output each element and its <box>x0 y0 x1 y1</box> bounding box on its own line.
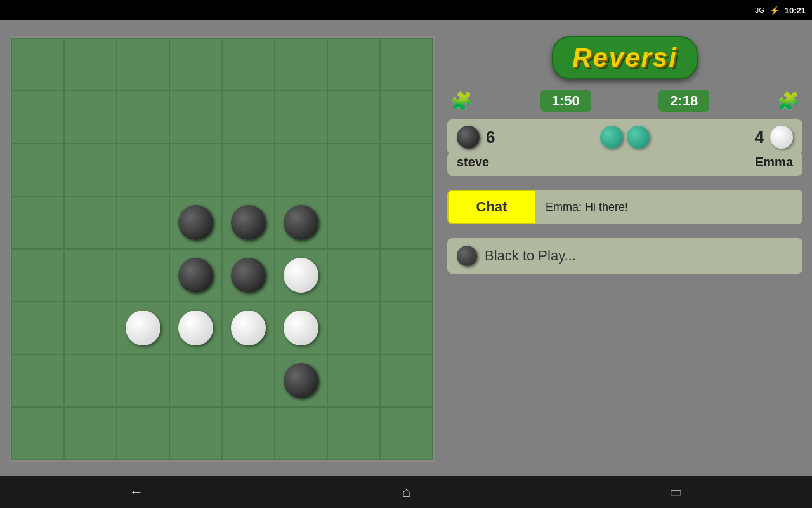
clock: 10:21 <box>785 6 806 15</box>
cell-2-5[interactable] <box>275 144 327 196</box>
main-content: Reversi 🧩 1:50 2:18 🧩 6 4 steve <box>0 20 812 476</box>
score-center-discs <box>600 126 650 149</box>
cell-6-3[interactable] <box>169 354 222 407</box>
cell-0-1[interactable] <box>64 38 117 91</box>
cell-5-5[interactable] <box>275 302 327 354</box>
nav-bar: ← ⌂ ▭ <box>0 476 812 508</box>
cell-2-1[interactable] <box>64 144 117 196</box>
cell-7-4[interactable] <box>222 407 275 460</box>
piece-black-3-3 <box>178 205 213 240</box>
cell-7-0[interactable] <box>11 407 64 460</box>
cell-3-2[interactable] <box>117 196 169 249</box>
cell-5-0[interactable] <box>11 302 64 354</box>
cell-7-6[interactable] <box>327 407 380 460</box>
cell-0-2[interactable] <box>117 38 169 91</box>
cell-7-5[interactable] <box>275 407 327 460</box>
chat-message-display: Emma: Hi there! <box>536 190 802 224</box>
network-icon: 3G <box>755 6 764 14</box>
player-left-icon: 🧩 <box>450 91 473 112</box>
cell-4-0[interactable] <box>11 249 64 302</box>
cell-0-7[interactable] <box>380 38 433 91</box>
chat-button[interactable]: Chat <box>447 190 536 224</box>
cell-1-5[interactable] <box>275 91 327 144</box>
player-right-name: Emma <box>755 155 793 170</box>
cell-1-2[interactable] <box>117 91 169 144</box>
score-left: 6 <box>457 126 495 149</box>
cell-5-2[interactable] <box>117 302 169 354</box>
score-black: 6 <box>486 128 495 147</box>
cell-1-1[interactable] <box>64 91 117 144</box>
piece-white-5-5 <box>284 311 318 345</box>
home-button[interactable]: ⌂ <box>402 484 410 500</box>
player-right-icon: 🧩 <box>777 91 799 112</box>
cell-0-6[interactable] <box>327 38 380 91</box>
cell-2-7[interactable] <box>380 144 433 196</box>
cell-2-4[interactable] <box>222 144 275 196</box>
cell-6-6[interactable] <box>327 354 380 407</box>
cell-4-3[interactable] <box>169 249 222 302</box>
cell-6-4[interactable] <box>222 354 275 407</box>
cell-1-7[interactable] <box>380 91 433 144</box>
status-message: Black to Play... <box>447 238 802 274</box>
cell-6-0[interactable] <box>11 354 64 407</box>
piece-black-6-5 <box>284 363 318 398</box>
cell-2-0[interactable] <box>11 144 64 196</box>
battery-icon: ⚡ <box>769 6 780 15</box>
piece-white-5-4 <box>231 311 266 345</box>
cell-4-5[interactable] <box>275 249 327 302</box>
cell-3-0[interactable] <box>11 196 64 249</box>
cell-2-3[interactable] <box>169 144 222 196</box>
black-disc-icon <box>457 126 480 149</box>
timer-row: 🧩 1:50 2:18 🧩 <box>447 90 802 112</box>
cell-5-7[interactable] <box>380 302 433 354</box>
piece-black-4-3 <box>178 258 213 293</box>
status-disc-icon <box>457 246 477 266</box>
cell-1-6[interactable] <box>327 91 380 144</box>
cell-5-3[interactable] <box>169 302 222 354</box>
cell-5-4[interactable] <box>222 302 275 354</box>
cell-7-1[interactable] <box>64 407 117 460</box>
cell-6-2[interactable] <box>117 354 169 407</box>
cell-7-2[interactable] <box>117 407 169 460</box>
white-disc-icon <box>770 126 793 149</box>
cell-1-4[interactable] <box>222 91 275 144</box>
cell-0-3[interactable] <box>169 38 222 91</box>
cell-2-2[interactable] <box>117 144 169 196</box>
cell-0-4[interactable] <box>222 38 275 91</box>
score-white: 4 <box>755 128 764 147</box>
piece-black-4-4 <box>231 258 266 293</box>
logo-container: Reversi <box>447 36 802 79</box>
cell-5-6[interactable] <box>327 302 380 354</box>
cell-3-6[interactable] <box>327 196 380 249</box>
player-names-row: steve Emma <box>447 152 802 176</box>
cell-6-5[interactable] <box>275 354 327 407</box>
cell-4-6[interactable] <box>327 249 380 302</box>
cell-4-2[interactable] <box>117 249 169 302</box>
cell-1-0[interactable] <box>11 91 64 144</box>
cell-1-3[interactable] <box>169 91 222 144</box>
cell-4-7[interactable] <box>380 249 433 302</box>
cell-7-7[interactable] <box>380 407 433 460</box>
teal-disc-icon-1 <box>600 126 623 149</box>
piece-black-3-4 <box>231 205 266 240</box>
cell-7-3[interactable] <box>169 407 222 460</box>
cell-6-7[interactable] <box>380 354 433 407</box>
cell-3-4[interactable] <box>222 196 275 249</box>
cell-3-1[interactable] <box>64 196 117 249</box>
cell-3-3[interactable] <box>169 196 222 249</box>
cell-4-1[interactable] <box>64 249 117 302</box>
cell-6-1[interactable] <box>64 354 117 407</box>
player-left-name: steve <box>457 155 489 170</box>
piece-white-4-5 <box>284 258 318 293</box>
recent-button[interactable]: ▭ <box>669 484 683 500</box>
cell-2-6[interactable] <box>327 144 380 196</box>
game-board[interactable] <box>10 36 435 462</box>
cell-0-5[interactable] <box>275 38 327 91</box>
cell-3-5[interactable] <box>275 196 327 249</box>
cell-4-4[interactable] <box>222 249 275 302</box>
cell-0-0[interactable] <box>11 38 64 91</box>
right-panel: Reversi 🧩 1:50 2:18 🧩 6 4 steve <box>447 30 802 467</box>
back-button[interactable]: ← <box>129 484 143 500</box>
cell-3-7[interactable] <box>380 196 433 249</box>
cell-5-1[interactable] <box>64 302 117 354</box>
